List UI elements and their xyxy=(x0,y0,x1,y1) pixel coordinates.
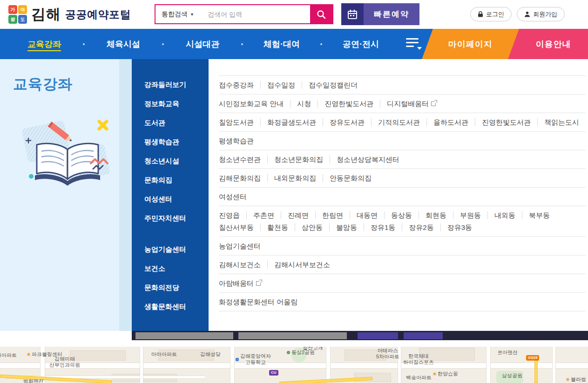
content-link[interactable]: 주촌면 xyxy=(246,211,281,219)
content-link[interactable]: 시민정보화교육 안내 xyxy=(219,100,290,108)
search-category-select[interactable]: 통합검색 ▾ xyxy=(155,5,204,23)
content-link[interactable]: 장유2동 xyxy=(402,223,440,231)
footer-button-1[interactable] xyxy=(358,332,398,339)
map-road xyxy=(486,347,491,383)
content-link-label: 아람배움터 xyxy=(219,279,254,287)
content-link[interactable]: 부원동 xyxy=(453,211,487,219)
mypage-banner[interactable]: 마이페이지 xyxy=(422,29,519,59)
link-row-line: 화정생활문화센터 어울림 xyxy=(219,298,586,306)
family-site-select-1[interactable] xyxy=(135,332,233,339)
location-map[interactable]: 화아파트파크볼링센터김해미래 산부인과의원마마아파트김해성당김해중앙여자 고등학… xyxy=(0,347,588,383)
content-link[interactable]: 안동문화의집 xyxy=(323,174,378,182)
sidebar-item[interactable]: 청소년시설 xyxy=(132,151,209,170)
content-link-label: 안동문화의집 xyxy=(330,174,372,182)
category-sidebar: 강좌둘러보기정보화교육도서관평생학습관청소년시설문화의집여성센터주민자치센터농업… xyxy=(132,59,209,331)
map-label-text: 김해미래 산부인과의원 xyxy=(49,356,80,368)
sidebar-item[interactable]: 정보화교육 xyxy=(132,94,209,113)
content-link-label: 장유3동 xyxy=(447,223,472,231)
content-link[interactable]: 북부동 xyxy=(522,211,556,219)
sidebar-item[interactable]: 여성센터 xyxy=(132,189,209,208)
content-link[interactable]: 접수일정캘린더 xyxy=(302,81,364,89)
content-link[interactable]: 장유3동 xyxy=(440,223,479,231)
content-link[interactable]: 화정생활문화센터 어울림 xyxy=(219,298,304,306)
nav-item[interactable]: 공연·전시 xyxy=(322,39,399,50)
content-link[interactable]: 책읽는도시 xyxy=(537,118,586,126)
content-link[interactable]: 내외동 xyxy=(487,211,522,219)
content-link[interactable]: 활천동 xyxy=(260,223,295,231)
stamp-char: 왕 xyxy=(8,15,17,24)
content-link[interactable]: 장유1동 xyxy=(364,223,402,231)
content-link[interactable]: 김해시서부보건소 xyxy=(267,261,337,269)
content-link[interactable]: 진영한빛도서관 xyxy=(475,118,537,126)
content-link[interactable]: 농업기술센터 xyxy=(219,242,267,250)
sidebar-item[interactable]: 생활문화센터 xyxy=(132,297,209,316)
content-link[interactable]: 평생학습관 xyxy=(219,137,260,145)
nav-item[interactable]: 시설대관 xyxy=(164,39,241,50)
content-link[interactable]: 청소년문화의집 xyxy=(267,155,330,163)
guide-banner[interactable]: 이용안내 xyxy=(506,29,588,59)
sidebar-item[interactable]: 평생학습관 xyxy=(132,132,209,151)
content-link[interactable]: 디지털배움터 xyxy=(380,100,442,108)
content-link[interactable]: 김해문화의집 xyxy=(219,174,267,182)
content-link[interactable]: 내외문화의집 xyxy=(267,174,323,182)
content-link[interactable]: 진례면 xyxy=(281,211,315,219)
signup-button[interactable]: 회원가입 xyxy=(517,7,565,21)
link-row: 진영읍주촌면진례면한림면대동면동상동회현동부원동내외동북부동칠산서부동활천동삼안… xyxy=(219,206,586,237)
link-row: 김해문화의집내외문화의집안동문화의집 xyxy=(219,169,586,188)
content-link[interactable]: 화정글샘도서관 xyxy=(260,118,323,126)
quick-reserve-button[interactable]: 빠른예약 xyxy=(364,3,419,25)
map-label-text: 김해중앙여자 고등학교 xyxy=(240,353,271,365)
content-link[interactable]: 시청 xyxy=(290,100,318,108)
nav-item[interactable]: 체육시설 xyxy=(85,39,162,50)
map-label: 코아맨션 xyxy=(497,349,518,356)
content-link[interactable]: 장유도서관 xyxy=(323,118,371,126)
map-marker-dot-icon xyxy=(27,353,30,356)
map-label-text: 더테라스 5차아파트 xyxy=(376,348,399,360)
map-label: 범화맨션 xyxy=(23,378,44,383)
footer-button-2[interactable] xyxy=(404,332,443,339)
link-row-line: 청소년수련관청소년문화의집청소년상담복지센터 xyxy=(219,155,586,163)
content-link[interactable]: 대동면 xyxy=(350,211,384,219)
content-link[interactable]: 청소년수련관 xyxy=(219,155,267,163)
content-link-label: 기적의도서관 xyxy=(378,118,420,126)
sidebar-item[interactable]: 강좌둘러보기 xyxy=(132,75,209,94)
nav-item[interactable]: 체험·대여 xyxy=(243,39,320,50)
sidebar-item[interactable]: 농업기술센터 xyxy=(132,240,209,259)
content-link[interactable]: 칠암도서관 xyxy=(219,118,260,126)
nav-item[interactable]: 교육강좌 xyxy=(6,39,83,50)
site-logo[interactable]: 가 야 왕 도 김해 공공예약포털 xyxy=(8,5,131,24)
content-link[interactable]: 율하도서관 xyxy=(426,118,475,126)
content-link[interactable]: 진영읍 xyxy=(219,211,246,219)
content-link[interactable]: 아람배움터 xyxy=(219,279,267,287)
login-button[interactable]: 로그인 xyxy=(470,7,512,21)
content-link[interactable]: 한림면 xyxy=(315,211,350,219)
search-input[interactable] xyxy=(204,5,310,23)
content-link[interactable]: 김해시보건소 xyxy=(219,261,267,269)
content-link[interactable]: 청소년상담복지센터 xyxy=(330,155,406,163)
content-link[interactable]: 동상동 xyxy=(384,211,419,219)
link-row-line: 칠산서부동활천동삼안동불암동장유1동장유2동장유3동 xyxy=(219,223,586,231)
sidebar-item[interactable]: 주민자치센터 xyxy=(132,208,209,228)
mypage-label: 마이페이지 xyxy=(448,39,493,50)
content-link[interactable]: 접수중강좌 xyxy=(219,81,260,89)
guide-label: 이용안내 xyxy=(536,39,571,50)
content-link[interactable]: 삼안동 xyxy=(295,223,329,231)
content-link[interactable]: 여성센터 xyxy=(219,193,253,201)
content-link[interactable]: 접수일정 xyxy=(260,81,302,89)
search-button[interactable] xyxy=(310,5,332,23)
content-link[interactable]: 칠산서부동 xyxy=(219,223,260,231)
content-link-label: 진영한빛도서관 xyxy=(324,100,373,108)
content-link[interactable]: 불암동 xyxy=(329,223,364,231)
calendar-button[interactable] xyxy=(341,3,364,25)
content-link[interactable]: 회현동 xyxy=(419,211,453,219)
sidebar-item[interactable]: 문화의집 xyxy=(132,170,209,189)
user-icon xyxy=(524,11,530,17)
family-site-select-2[interactable] xyxy=(238,332,347,339)
content-link-label: 농업기술센터 xyxy=(219,242,261,250)
sidebar-item[interactable]: 문화의전당 xyxy=(132,278,209,297)
content-link-label: 진영읍 xyxy=(219,211,240,219)
content-link[interactable]: 기적의도서관 xyxy=(371,118,426,126)
sidebar-item[interactable]: 도서관 xyxy=(132,113,209,132)
content-link[interactable]: 진영한빛도서관 xyxy=(318,100,380,108)
sidebar-item[interactable]: 보건소 xyxy=(132,259,209,278)
